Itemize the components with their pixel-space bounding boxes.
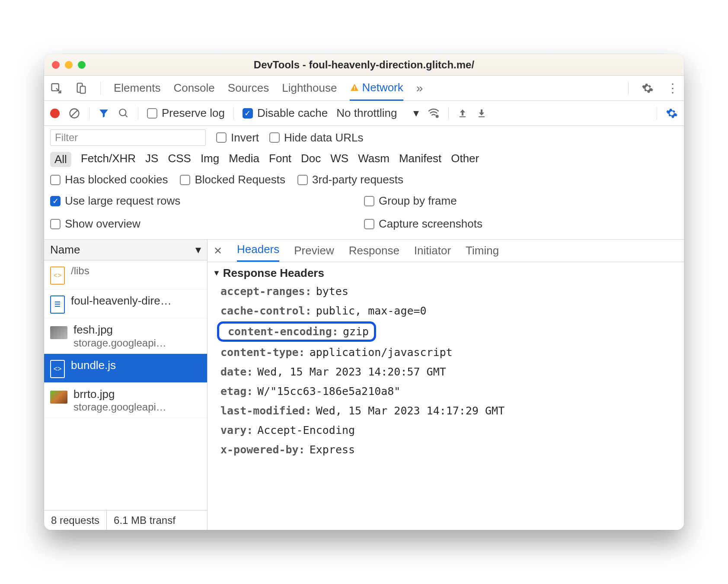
header-value: public, max-age=0 <box>316 305 427 317</box>
header-key: last-modified: <box>220 404 312 417</box>
section-title: Response Headers <box>223 266 324 280</box>
show-overview-checkbox[interactable]: Show overview <box>50 217 364 231</box>
type-wasm[interactable]: Wasm <box>358 152 390 167</box>
svg-rect-11 <box>479 116 485 117</box>
invert-checkbox[interactable]: Invert <box>216 131 259 144</box>
blocked-requests-checkbox[interactable]: Blocked Requests <box>180 173 285 186</box>
tab-network[interactable]: Network <box>350 76 403 101</box>
header-row: x-powered-by:Express <box>209 440 682 459</box>
type-js[interactable]: JS <box>145 152 158 167</box>
checkbox-icon <box>297 175 308 185</box>
column-header-name[interactable]: Name ▾ <box>44 240 207 260</box>
minimize-icon[interactable] <box>65 61 73 69</box>
tab-elements[interactable]: Elements <box>114 76 160 100</box>
capture-screenshots-checkbox[interactable]: Capture screenshots <box>364 217 678 231</box>
detail-tab-preview[interactable]: Preview <box>294 244 334 257</box>
panel-tabs: Elements Console Sources Lighthouse Netw… <box>44 76 684 101</box>
checkbox-icon <box>50 175 61 185</box>
detail-tab-headers[interactable]: Headers <box>237 243 279 262</box>
js-file-icon: <> <box>50 360 65 378</box>
request-row[interactable]: <> /libs <box>44 260 207 289</box>
traffic-lights <box>52 61 86 69</box>
separator <box>233 107 234 120</box>
type-font[interactable]: Font <box>269 152 291 167</box>
close-detail-icon[interactable]: ✕ <box>214 245 222 257</box>
network-toolbar: Preserve log Disable cache No throttling… <box>44 101 684 126</box>
settings-gear-icon[interactable] <box>666 107 678 119</box>
checkbox-icon <box>50 219 61 229</box>
more-tabs-icon[interactable]: » <box>416 81 423 95</box>
request-sub: storage.googleapi… <box>73 337 166 349</box>
filter-input[interactable]: Filter <box>50 129 206 146</box>
request-row[interactable]: fesh.jpg storage.googleapi… <box>44 318 207 354</box>
tab-sources[interactable]: Sources <box>228 76 269 100</box>
close-icon[interactable] <box>52 61 60 69</box>
preserve-log-checkbox[interactable]: Preserve log <box>147 106 225 120</box>
separator <box>628 82 629 95</box>
main-split: Name ▾ <> /libs foul-heavenly-dire <box>44 240 684 530</box>
checkbox-icon <box>243 108 253 119</box>
third-party-label: 3rd-party requests <box>312 173 403 186</box>
gear-icon[interactable] <box>642 82 654 94</box>
checkbox-icon <box>50 196 61 206</box>
request-name: bundle.js <box>71 358 116 372</box>
record-button[interactable] <box>50 109 60 118</box>
detail-tabs: ✕ Headers Preview Response Initiator Tim… <box>208 240 684 262</box>
header-key: x-powered-by: <box>220 443 305 456</box>
type-all[interactable]: All <box>50 152 71 167</box>
maximize-icon[interactable] <box>78 61 86 69</box>
type-manifest[interactable]: Manifest <box>399 152 441 167</box>
tab-console[interactable]: Console <box>173 76 214 100</box>
upload-icon[interactable] <box>457 108 468 119</box>
hide-data-urls-label: Hide data URLs <box>284 131 364 144</box>
third-party-checkbox[interactable]: 3rd-party requests <box>297 173 403 186</box>
svg-point-9 <box>436 115 439 118</box>
chevron-down-icon: ▾ <box>413 106 419 120</box>
type-media[interactable]: Media <box>229 152 259 167</box>
detail-tab-timing[interactable]: Timing <box>466 244 499 257</box>
headers-panel: ▼ Response Headers accept-ranges:bytes c… <box>208 262 684 464</box>
type-other[interactable]: Other <box>451 152 479 167</box>
kebab-icon[interactable]: ⋮ <box>667 81 678 95</box>
filter-icon[interactable] <box>98 108 109 119</box>
inspect-icon[interactable] <box>50 82 62 94</box>
header-row-highlighted: content-encoding:gzip <box>217 321 376 342</box>
header-row: content-type:application/javascript <box>209 343 682 362</box>
tab-lighthouse[interactable]: Lighthouse <box>282 76 337 100</box>
titlebar: DevTools - foul-heavenly-direction.glitc… <box>44 54 684 76</box>
throttling-select[interactable]: No throttling ▾ <box>336 106 419 120</box>
request-row[interactable]: foul-heavenly-dire… <box>44 289 207 318</box>
disable-cache-checkbox[interactable]: Disable cache <box>243 106 328 120</box>
network-conditions-icon[interactable] <box>428 107 440 119</box>
type-img[interactable]: Img <box>201 152 219 167</box>
header-value: W/"15cc63-186e5a210a8" <box>257 385 400 398</box>
status-transfer: 6.1 MB transf <box>107 510 182 530</box>
blocked-cookies-checkbox[interactable]: Has blocked cookies <box>50 173 168 186</box>
clear-icon[interactable] <box>68 107 80 119</box>
request-row-selected[interactable]: <> bundle.js <box>44 354 207 383</box>
request-row[interactable]: brrto.jpg storage.googleapi… <box>44 383 207 418</box>
search-icon[interactable] <box>118 108 129 119</box>
download-icon[interactable] <box>476 108 487 119</box>
detail-tab-response[interactable]: Response <box>349 244 399 257</box>
type-ws[interactable]: WS <box>330 152 348 167</box>
group-by-frame-checkbox[interactable]: Group by frame <box>364 194 678 208</box>
device-toggle-icon[interactable] <box>75 82 87 94</box>
disclosure-triangle-icon: ▼ <box>213 269 220 278</box>
hide-data-urls-checkbox[interactable]: Hide data URLs <box>269 131 364 144</box>
blocked-cookies-label: Has blocked cookies <box>65 173 168 186</box>
type-fetchxhr[interactable]: Fetch/XHR <box>81 152 136 167</box>
separator <box>100 82 101 95</box>
checkbox-icon <box>180 175 190 185</box>
header-key: date: <box>220 366 253 378</box>
request-sub: /libs <box>71 265 89 277</box>
header-value: Accept-Encoding <box>257 424 355 436</box>
detail-tab-initiator[interactable]: Initiator <box>414 244 451 257</box>
type-css[interactable]: CSS <box>168 152 191 167</box>
svg-line-8 <box>125 115 127 117</box>
checkbox-icon <box>147 108 157 119</box>
type-doc[interactable]: Doc <box>301 152 321 167</box>
image-thumb-icon <box>50 326 67 339</box>
large-rows-checkbox[interactable]: Use large request rows <box>50 194 364 208</box>
response-headers-section[interactable]: ▼ Response Headers <box>209 265 682 282</box>
